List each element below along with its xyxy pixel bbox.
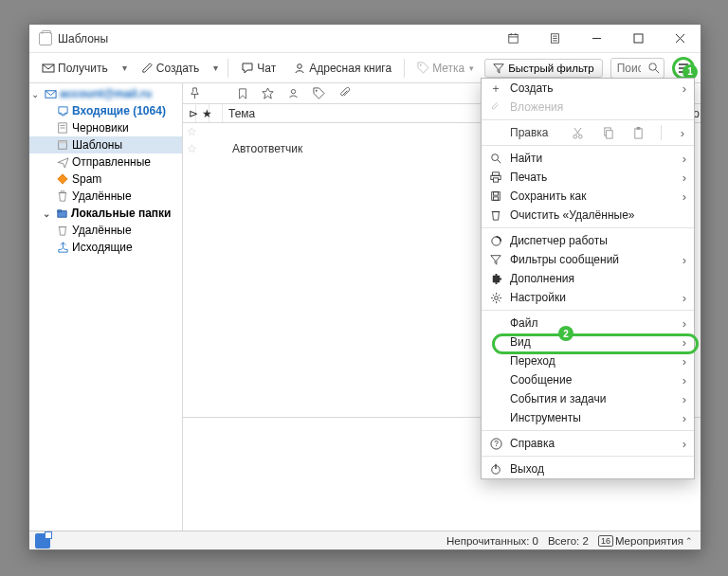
star-icon[interactable] (262, 87, 274, 99)
col-star[interactable]: ★ (196, 104, 209, 122)
folder-tree: ⌄account@mail.ru Входящие (1064) Чернови… (29, 83, 183, 531)
menu-addons[interactable]: Дополнения (482, 269, 694, 288)
contact-icon[interactable] (287, 87, 300, 99)
svg-line-44 (498, 160, 500, 163)
svg-line-16 (655, 69, 659, 73)
app-menu: ＋Создать› Вложения Правка › Найти› Печат… (481, 78, 695, 479)
svg-rect-49 (493, 192, 498, 195)
menu-go[interactable]: Переход› (482, 351, 694, 370)
svg-rect-40 (607, 130, 613, 137)
annotation-2: 2 (558, 326, 573, 341)
get-mail-button[interactable]: Получить (35, 58, 115, 79)
menu-edit: Правка › (482, 123, 694, 142)
search-icon[interactable] (647, 62, 660, 74)
col-thread[interactable]: ⊳ (183, 104, 196, 122)
menu-file[interactable]: Файл› (482, 314, 694, 333)
menu-help[interactable]: ?Справка› (482, 434, 694, 453)
tree-sent[interactable]: Отправленные (29, 153, 182, 171)
svg-point-35 (573, 135, 577, 138)
svg-rect-27 (61, 191, 64, 193)
menu-message[interactable]: Сообщение› (482, 370, 694, 389)
tree-drafts[interactable]: Черновики (29, 119, 182, 136)
statusbar: Непрочитанных: 0 Всего: 2 16 Мероприятия… (29, 531, 701, 549)
menu-attachments[interactable]: Вложения (482, 98, 694, 117)
svg-rect-29 (57, 209, 61, 211)
calendar-icon[interactable] (492, 25, 534, 52)
tag-filter-icon[interactable] (313, 87, 325, 99)
copy-icon[interactable] (600, 124, 617, 141)
tree-inbox[interactable]: Входящие (1064) (29, 102, 182, 119)
attachment-icon (489, 100, 502, 114)
menu-print[interactable]: Печать› (482, 168, 694, 187)
window-title: Шаблоны (58, 32, 108, 45)
svg-rect-47 (493, 178, 498, 182)
svg-rect-50 (493, 197, 498, 200)
search-bar (610, 58, 664, 79)
menu-find[interactable]: Найти› (482, 149, 694, 168)
row-star-icon[interactable]: ☆ (183, 125, 200, 138)
menu-settings[interactable]: Настройки› (482, 288, 694, 307)
trash-icon (489, 208, 502, 222)
row-star-icon[interactable]: ☆ (183, 142, 200, 155)
status-events[interactable]: 16 Мероприятия ⌃ (598, 535, 693, 547)
chat-button[interactable]: Чат (234, 58, 282, 79)
tree-trash[interactable]: Удалённые (29, 188, 182, 205)
svg-rect-9 (634, 34, 643, 43)
gear-icon (489, 291, 502, 304)
tasks-icon[interactable] (534, 25, 575, 52)
addressbook-button[interactable]: Адресная книга (286, 58, 398, 79)
menu-create[interactable]: ＋Создать› (482, 79, 694, 98)
menu-events[interactable]: События и задачи› (482, 389, 694, 408)
help-icon: ? (489, 437, 502, 450)
bookmark-icon[interactable] (237, 88, 248, 99)
col-attach[interactable] (209, 104, 223, 122)
tree-outbox[interactable]: Исходящие (29, 239, 182, 256)
puzzle-icon (489, 272, 502, 285)
tree-templates[interactable]: Шаблоны (29, 136, 182, 153)
menu-saveas[interactable]: Сохранить как› (482, 187, 694, 206)
svg-point-13 (298, 63, 302, 68)
menu-view[interactable]: Вид› (482, 333, 694, 351)
minimize-button[interactable] (575, 25, 617, 52)
status-unread: Непрочитанных: 0 (446, 535, 538, 547)
activity-icon (489, 234, 502, 247)
svg-point-14 (420, 64, 422, 66)
tree-localfolders[interactable]: ⌄Локальные папки (29, 205, 182, 222)
menu-tools[interactable]: Инструменты› (482, 408, 694, 427)
attachment-icon[interactable] (338, 87, 351, 99)
menu-emptytrash[interactable]: Очистить «Удалённые» (482, 206, 694, 225)
svg-point-32 (316, 90, 318, 92)
svg-rect-41 (635, 128, 642, 137)
menu-msgfilters[interactable]: Фильтры сообщений› (482, 250, 694, 269)
menu-activity[interactable]: Диспетчер работы (482, 231, 694, 250)
svg-rect-45 (493, 172, 500, 175)
titlebar: Шаблоны (29, 25, 701, 53)
svg-point-36 (579, 135, 583, 138)
tree-local-trash[interactable]: Удалённые (29, 222, 182, 239)
write-button[interactable]: Создать (135, 58, 207, 79)
save-icon (489, 189, 502, 203)
tree-account[interactable]: ⌄account@mail.ru (29, 85, 182, 102)
tag-button[interactable]: Метка▾ (410, 58, 481, 79)
app-menu-button[interactable]: 1 (672, 57, 695, 80)
cut-icon[interactable] (570, 124, 587, 141)
print-icon (489, 171, 502, 184)
templates-icon (39, 32, 52, 45)
svg-text:?: ? (494, 439, 499, 448)
paste-icon[interactable] (630, 124, 647, 141)
write-dropdown[interactable]: ▾ (209, 63, 222, 73)
maximize-button[interactable] (617, 25, 659, 52)
get-dropdown[interactable]: ▾ (118, 63, 131, 73)
svg-point-43 (492, 154, 499, 161)
pin-icon[interactable] (189, 87, 201, 99)
tree-spam[interactable]: Spam (29, 171, 182, 188)
menu-quit[interactable]: Выход (482, 459, 694, 478)
search-icon (489, 152, 502, 165)
status-total: Всего: 2 (548, 535, 589, 547)
svg-point-15 (649, 63, 656, 69)
svg-rect-42 (637, 127, 641, 130)
app-window: Шаблоны Получить ▾ Создать ▾ Чат Адресна… (28, 24, 701, 550)
quickfilter-button[interactable]: Быстрый фильтр (484, 59, 602, 78)
svg-point-53 (494, 296, 498, 299)
close-button[interactable] (659, 25, 701, 52)
